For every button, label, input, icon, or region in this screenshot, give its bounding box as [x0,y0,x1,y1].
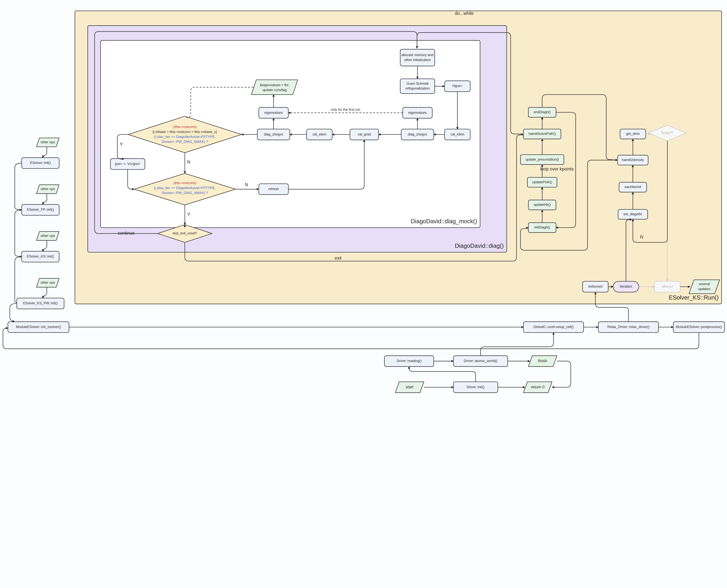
label-firstscf-N: N [640,234,643,239]
leftchain-ops1-label: other ops [41,140,55,144]
node-relax-driver-label: Relax_Driver::relax_driver() [607,325,649,329]
node-postprocess-label: ModuleESolver::postprocess() [676,325,722,329]
node-eigenvalues-r-label: eigenvalues [408,111,427,114]
node-delta-eig-a: Δeigenvalues < thr; [260,83,289,87]
node-cond2-b: || (dav_iter == DiagoIterAssist<FPTYPE, [154,186,216,190]
node-beforescf-label: beforescf [588,285,603,288]
node-cond1-b: || (nbase + this->notconv > this->nbase_… [153,130,217,134]
edge-ops2-init2 [42,194,47,205]
driver-atomic-world-label: Driver::atomic_world() [464,359,498,363]
node-hamiltSolve-label: hamiltSolvePsiK() [528,132,556,135]
label-cond2-Y: Y [187,212,190,217]
node-several-updates-label2: updates [698,287,710,291]
edge-finish-return [552,361,571,387]
edge-init1-init2 [15,163,22,210]
node-cond2-a: (this->notconv) [173,181,196,185]
label-cond1-Y: Y [120,142,123,147]
leftchain-ops4-label: other ops [41,281,55,285]
label-cond2-N: N [245,182,248,187]
node-eigenvalues-l-label: eigenvalues [264,111,283,114]
node-delta-eig-b: update convflag [262,88,287,92]
node-cond2-c: Device>::PW_DIAG_NMAX) ? [162,191,208,195]
label-only-first: only for the first run [331,108,360,111]
container-title-white: DiagoDavid::diag_mock() [411,218,477,225]
node-updatePsiK-label: updatePsiK() [532,180,552,184]
node-hamilt2density-label: hamilt2density [622,158,644,162]
node-gram-label1: Gram Schmidt [406,82,428,85]
driver-reading-label: Driver::reading() [397,359,422,363]
label-do-while: do...while [455,11,474,16]
node-get-drho-label: get_drho [626,132,640,135]
node-updateHk-label: updateHk() [533,203,551,207]
node-cal-elem-r-label: cal_elem [450,132,464,136]
driver-init-label: Driver::init() [467,385,485,389]
node-diag-zhegvx-l-label: diag_zhegvx [264,132,283,136]
container-title-yellow: ESolver_KS::Run() [669,294,719,301]
edge-init4-modinit [10,303,17,322]
node-cond1-d: Device>::PW_DIAG_NMAX) ? [162,140,208,144]
node-afterscf-label: afterscf [662,285,673,288]
edge-post-back-modinit [3,328,699,349]
leftchain-init4-label: ESolver_KS_PW::init() [23,301,58,305]
leftchain-init3-label: ESolver_KS::init() [27,254,54,258]
node-gram [400,79,435,93]
edge-atomic-setupcell [481,333,553,356]
node-gram-label2: orthgonalization [405,86,429,90]
node-eachiterinit-label: eachiterinit [625,185,641,189]
edge-init2-init3 [15,210,22,257]
driver-finish-label: finish [538,359,547,363]
edge-ops4-init4 [42,287,47,298]
node-several-updates-label1: several [699,282,710,286]
driver-start-label: start [406,385,413,389]
label-cond1-N: N [187,160,190,164]
node-firstscf-label: firstscf? [662,131,673,135]
edge-ops3-init3 [42,240,47,251]
leftchain-init1-label: ESolver::init() [30,161,51,165]
label-continue: continue [118,230,135,235]
leftchain-ops2-label: other ops [41,187,55,191]
node-several-updates [689,280,720,294]
label-exit: exit [335,255,342,260]
driver-return0-label: return 0 [531,385,545,389]
node-hpsi-label: H|psi> [452,84,462,88]
diagram-canvas: ESolver_KS::Run() DiagoDavid::diag() Dia… [0,0,727,407]
label-loop-kpoints: loop over kpoints [540,166,574,171]
node-diag-zhegvx-r-label: diag_zhegvx [408,132,427,136]
node-alloc-label1: allocate memory and [401,53,433,57]
node-test-exit-cond-label: test_exit_cond? [173,231,197,235]
node-updatePrecond-label: update_precondition() [525,158,559,161]
leftchain-ops3-label: other ops [41,234,55,238]
node-refresh-label: refresh [268,187,279,191]
leftchain-modinit-label: ModuleESolver::init_esolver() [16,325,61,329]
edge-ops1-init1 [42,147,47,158]
node-endDiagh-label: endDiagh() [533,110,551,114]
node-delta-eig [251,80,298,94]
node-cal-elem-l-label: cal_elem [312,132,326,136]
node-initDiagh-label: initDiagh() [534,225,550,229]
leftchain-init2-label: ESolver_FP::init() [27,208,54,211]
node-cond1-a: (!this->notconv) [173,125,197,129]
node-cond1-c: || (dav_iter == DiagoIterAssist<FPTYPE, [154,135,216,139]
node-setup-cell-label: GlobalC::ucell.setup_cell() [533,325,573,329]
node-iteration-label: iteration [620,285,632,288]
node-psi-vcc-label: |psi> <- Vcc|psi> [115,162,140,166]
node-setdiagethr-label: set_diagethr [623,212,642,216]
edge-init3-init4 [15,257,22,303]
edge-drvinit-reading [409,366,476,382]
container-title-purple: DiagoDavid::diag() [455,243,504,249]
node-alloc-label2: other initialization [404,58,431,62]
node-cal-grad-label: cal_grad [358,132,371,136]
node-alloc [400,49,435,66]
